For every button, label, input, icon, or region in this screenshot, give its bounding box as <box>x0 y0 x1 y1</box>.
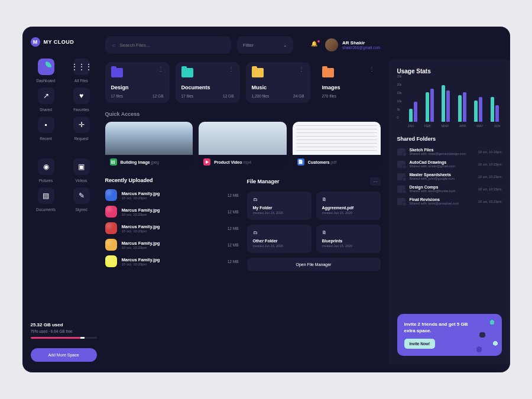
notifications-icon[interactable]: 🔔 <box>311 41 319 49</box>
chart-bar <box>446 90 450 122</box>
bottom-split: Recently Uploaded Marcus Family.jpg10 oc… <box>105 177 381 364</box>
nav-item-documents[interactable]: ▤Documents <box>31 187 61 212</box>
nav-item-dashboard[interactable]: Dashboard <box>31 59 61 83</box>
quick-access-thumb <box>199 122 287 155</box>
recent-thumb <box>105 222 117 234</box>
shared-folder-name: Final Revisions <box>410 197 459 202</box>
quick-access-label: Customers.pdf <box>308 160 336 164</box>
open-file-manager-button[interactable]: Open File Manager <box>247 258 381 271</box>
nav-item-pictures[interactable]: ◉Pictures <box>31 158 61 183</box>
shared-folder-name: Design Comps <box>410 185 456 189</box>
folder-name: Images <box>322 85 375 90</box>
recent-name: Marcus Family.jpg <box>122 207 160 213</box>
nav-item-signed[interactable]: ✎Signed <box>66 187 97 212</box>
shared-folder-sub: Shared with: shakir@gmail.com <box>410 164 455 168</box>
shared-folder-time: 10 oct, 10:23pm <box>478 187 501 191</box>
file-manager-card[interactable]: 🗎 Aggreement.pdf created Jun 23, 2020 <box>316 192 381 220</box>
folder-files: 1,200 files <box>252 94 270 98</box>
shared-folder-time: 10 oct, 10:23pm <box>478 175 501 179</box>
chart-y-tick: 20k <box>397 83 402 86</box>
folder-menu-icon[interactable]: ⋮ <box>158 68 164 70</box>
folder-menu-icon[interactable]: ⋮ <box>369 68 375 70</box>
storage-widget: 25.32 GB used 79% used · 6.64 GB free Ad… <box>31 322 97 362</box>
usage-chart: 25k20k15k10k5k0 JANFEBMARAPRMAYJUN <box>397 74 502 128</box>
chart-column <box>455 92 469 122</box>
search-input[interactable] <box>120 43 225 48</box>
app-window: M MY CLOUD Dashboard⋮⋮⋮All Files↗Shared♥… <box>22 27 510 372</box>
invite-text: Invite 2 friends and get 5 GB extra spac… <box>404 321 475 334</box>
nav-grid: Dashboard⋮⋮⋮All Files↗Shared♥Favorites▪R… <box>31 59 97 212</box>
file-sub: created Jun 23, 2020 <box>322 211 375 215</box>
search-box[interactable]: ⌕ <box>105 36 232 54</box>
file-manager-section: File Manager ⋯ 🗀 My Folder created Jun 2… <box>247 177 381 364</box>
folder-size: 12 GB <box>223 94 233 98</box>
shared-folder-row[interactable]: Final Revisions Shared with: asim@purepi… <box>397 197 502 205</box>
chart-bar <box>495 105 499 122</box>
folder-card-music[interactable]: ⋮ Music 1,200 files24 GB <box>246 62 310 103</box>
nav-label: Documents <box>36 207 56 212</box>
chart-column <box>407 102 421 122</box>
file-sub: created Jun 23, 2020 <box>253 211 306 215</box>
recent-name: Marcus Family.jpg <box>122 257 160 262</box>
nav-item-favorites[interactable]: ♥Favorites <box>66 87 97 112</box>
folder-icon <box>322 68 334 77</box>
recent-size: 12 MB <box>228 259 239 264</box>
folder-icon <box>111 68 123 77</box>
recent-row[interactable]: Marcus Family.jpg10 oct, 10:23pm 12 MB <box>105 255 239 267</box>
nav-item-videos[interactable]: ▣Videos <box>66 158 97 183</box>
quick-access-card[interactable]: 🖼 Building Image.jpeg <box>105 122 193 169</box>
shared-folder-icon <box>397 198 406 205</box>
nav-label: Dashboard <box>37 79 56 83</box>
filter-dropdown[interactable]: Filter ⌄ <box>237 36 293 54</box>
recent-meta: 10 oct, 10:23pm <box>122 262 160 266</box>
shared-folder-time: 10 oct, 10:23pm <box>478 200 501 203</box>
chart-bar <box>491 97 494 122</box>
file-icon: 🗎 <box>322 230 375 235</box>
quick-access-card[interactable]: 📄 Customers.pdf <box>293 122 381 169</box>
shared-folder-icon <box>397 148 406 155</box>
user-menu[interactable]: AR Shakir shakir260@gmail.com <box>325 38 380 51</box>
filter-label: Filter <box>243 43 254 48</box>
file-name: Other Folder <box>253 239 306 243</box>
recent-row[interactable]: Marcus Family.jpg10 oct, 10:23pm 12 MB <box>105 206 239 218</box>
shared-folder-row[interactable]: Master Speardsheets Shared with: john@go… <box>397 173 502 180</box>
file-manager-card[interactable]: 🗀 Other Folder created Jun 23, 2020 <box>247 225 312 253</box>
quick-access-label: Product Video.mp4 <box>214 160 251 164</box>
recent-row[interactable]: Marcus Family.jpg10 oct, 10:23pm 12 MB <box>105 189 239 201</box>
shared-folder-row[interactable]: AutoCad Drawings Shared with: shakir@gma… <box>397 160 502 168</box>
folder-card-images[interactable]: ⋮ Images 270 files <box>316 62 381 103</box>
brand-badge: M <box>31 37 40 47</box>
folder-menu-icon[interactable]: ⋮ <box>228 68 234 70</box>
add-space-button[interactable]: Add More Space <box>31 348 97 362</box>
chevron-down-icon: ⌄ <box>283 43 287 48</box>
shared-folder-name: Master Speardsheets <box>410 173 455 177</box>
nav-item-all-files[interactable]: ⋮⋮⋮All Files <box>66 59 97 83</box>
file-manager-card[interactable]: 🗎 Blueprints created Jun 23, 2020 <box>316 225 381 253</box>
shared-folder-row[interactable]: Sketch Files Shared with: mike@getnextde… <box>397 148 502 155</box>
folder-size: 12 GB <box>153 94 163 98</box>
shared-folder-time: 10 oct, 10:23pm <box>478 163 501 166</box>
shared-folder-sub: Shared with: kevin@hunter.com <box>410 189 456 193</box>
chart-bar <box>426 92 429 122</box>
nav-icon: ◉ <box>38 158 54 175</box>
recent-row[interactable]: Marcus Family.jpg10 oct, 10:23pm 12 MB <box>105 222 239 234</box>
nav-item-shared[interactable]: ↗Shared <box>31 87 61 112</box>
file-manager-menu-button[interactable]: ⋯ <box>370 177 381 186</box>
folder-card-documents[interactable]: ⋮ Documents 17 files12 GB <box>176 62 240 103</box>
folder-card-design[interactable]: ⋮ Design 17 files12 GB <box>105 62 170 103</box>
shared-folder-row[interactable]: Design Comps Shared with: kevin@hunter.c… <box>397 185 502 193</box>
sidebar: M MY CLOUD Dashboard⋮⋮⋮All Files↗Shared♥… <box>22 27 105 372</box>
invite-button[interactable]: Invite Now! <box>404 339 436 349</box>
file-manager-card[interactable]: 🗀 My Folder created Jun 23, 2020 <box>247 192 312 220</box>
quick-access-card[interactable]: ▶ Product Video.mp4 <box>199 122 287 169</box>
nav-item-recent[interactable]: ▪Recent <box>31 116 61 141</box>
folder-menu-icon[interactable]: ⋮ <box>299 68 304 70</box>
chart-bar <box>479 97 482 122</box>
invite-card: Invite 2 friends and get 5 GB extra spac… <box>397 314 502 356</box>
nav-item-request[interactable]: ✛Request <box>66 116 97 141</box>
shared-folder-icon <box>397 173 406 180</box>
search-icon: ⌕ <box>112 42 115 48</box>
recent-row[interactable]: Marcus Family.jpg10 oct, 10:23pm 12 MB <box>105 239 239 251</box>
chart-column <box>472 97 486 122</box>
folder-files: 17 files <box>111 94 124 98</box>
